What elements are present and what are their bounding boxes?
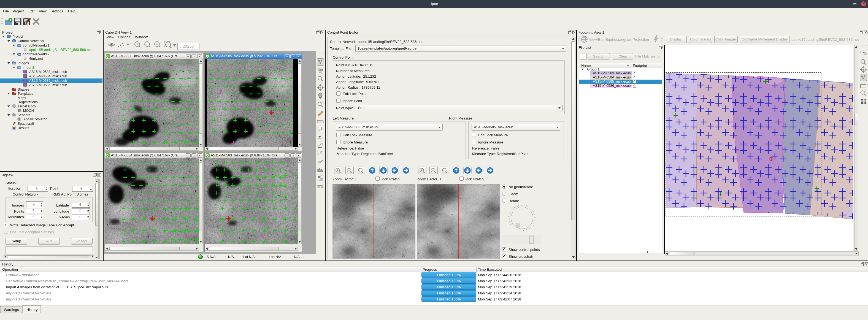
svg-text:1:1: 1:1 xyxy=(156,43,158,45)
svg-text:1:1: 1:1 xyxy=(443,169,445,171)
svg-text:3D: 3D xyxy=(320,150,323,153)
svg-text:ID: ID xyxy=(318,135,321,140)
svg-text:2D: 2D xyxy=(320,143,323,146)
svg-text:1:1: 1:1 xyxy=(359,169,362,171)
svg-text:h: h xyxy=(321,127,322,129)
